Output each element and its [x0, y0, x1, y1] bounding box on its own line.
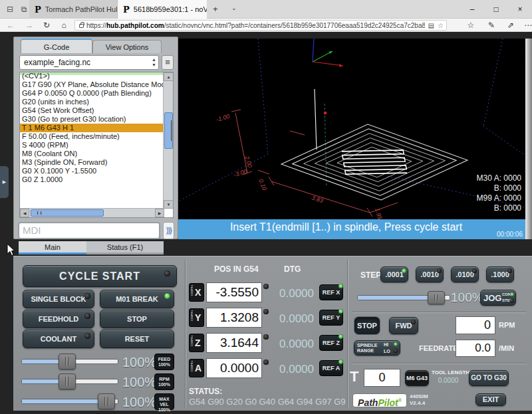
dim-label: 0.10	[257, 178, 268, 191]
scroll-up-icon[interactable]: ▲	[164, 72, 174, 81]
spindle-range-button[interactable]: SPINDLERANGE HI LO	[354, 340, 400, 356]
m01-break-button[interactable]: M01 BREAK	[100, 290, 174, 308]
browser-tab-novnc[interactable]: P 5618b959e301:1 - noVN ×	[118, 0, 207, 19]
feed-100-button[interactable]: FEED 100%	[154, 354, 174, 370]
gcode-menu-button[interactable]: ≡	[162, 55, 174, 70]
zero-a-button[interactable]: ZEROA	[189, 359, 204, 377]
close-button[interactable]: ×	[508, 0, 532, 19]
tab-gcode[interactable]: G-Code	[21, 39, 92, 53]
gcode-line: M8 (Coolant ON)	[20, 150, 164, 158]
tab-status-f1[interactable]: Status (F1)	[86, 241, 164, 255]
back-icon[interactable]: ←	[5, 21, 16, 30]
zero-x-button[interactable]: ZEROX	[189, 283, 204, 302]
m99-a-count: M99 A: 0000	[477, 193, 521, 203]
minimize-button[interactable]: –	[460, 0, 484, 19]
feedrate-field[interactable]: 0.0	[456, 340, 495, 357]
m01-break-led	[164, 293, 170, 299]
cycle-start-button[interactable]: CYCLE START	[23, 265, 177, 287]
browser-tab-pathpilot-hub[interactable]: P Tormach PathPilot Hub	[29, 0, 118, 19]
mdi-input[interactable]: MDI	[18, 222, 160, 239]
gcode-listing[interactable]: (<CV1>) G17 G90 (XY Plane, Absolute Dist…	[19, 72, 174, 218]
address-bar[interactable]: https://hub.pathpilot.com/static/novnc/v…	[74, 20, 447, 31]
gcode-line: (<CV1>)	[20, 72, 164, 80]
dro-y-value[interactable]: 1.3208	[206, 308, 262, 328]
novnc-control-bar-handle[interactable]: ▶	[0, 166, 9, 198]
tab-main[interactable]: Main	[19, 241, 86, 255]
dim-label: -3.00	[233, 168, 247, 178]
zero-z-button[interactable]: ZEROZ	[189, 334, 204, 352]
maxvel-slider-thumb[interactable]	[98, 393, 115, 409]
home-icon[interactable]: ⌂	[59, 21, 69, 30]
ref-y-button[interactable]: REF Y	[319, 310, 343, 326]
step-1000-led	[507, 268, 512, 273]
forward-icon[interactable]: →	[24, 21, 35, 30]
m6-g43-button[interactable]: M6 G43	[405, 370, 429, 386]
window-controls: – □ ×	[460, 0, 532, 19]
tab-label: Tormach PathPilot Hub	[45, 5, 118, 13]
zero-y-button[interactable]: ZEROY	[189, 308, 204, 327]
single-block-button[interactable]: SINGLE BLOCK	[23, 290, 94, 308]
exit-button[interactable]: EXIT	[475, 393, 506, 406]
go-to-g30-button[interactable]: GO TO G30	[469, 370, 509, 386]
ref-y-led	[338, 309, 343, 314]
feed-override-value: 100%	[122, 355, 156, 370]
toolpath-3d-view[interactable]: -1.00 2.00 -3.00 0.10 3.83 1.95 M30 A: 0…	[178, 39, 525, 219]
pos-header: POS IN G54	[214, 264, 259, 274]
toolpath-graphic: -1.00 2.00 -3.00 0.10 3.83 1.95	[178, 39, 525, 219]
tab-preview-icon[interactable]: ⊟	[4, 5, 16, 15]
new-tab-button[interactable]: +	[213, 4, 218, 14]
refresh-icon[interactable]: ↻	[41, 21, 52, 30]
maxvel-100-button[interactable]: MAX VEL 100%	[154, 393, 174, 410]
more-options-icon[interactable]: ⋯	[523, 21, 532, 30]
stop-button[interactable]: STOP	[100, 310, 174, 328]
url-text: https://hub.pathpilot.com/static/novnc/v…	[86, 22, 425, 29]
vertical-scrollbar[interactable]: ▲ ▼	[163, 72, 173, 209]
m30-a-count: M30 A: 0000	[477, 173, 521, 183]
scroll-right-icon[interactable]: ▶	[155, 209, 164, 217]
scroll-down-icon[interactable]: ▼	[164, 200, 174, 209]
combo-spinner-icon[interactable]: ▲▼	[152, 57, 156, 68]
rpm-100-button[interactable]: RPM 100%	[154, 373, 174, 390]
step-0010-button[interactable]: .0010	[416, 266, 444, 282]
rpm-slider-thumb[interactable]	[59, 373, 76, 389]
tabs-aside-icon[interactable]: ⧉	[18, 5, 30, 15]
web-notes-icon[interactable]: ✎	[486, 21, 497, 30]
a-axis-led	[263, 360, 269, 365]
share-icon[interactable]: ⇗	[505, 21, 516, 30]
jog-slider-thumb[interactable]	[428, 291, 445, 304]
mdi-submit-button[interactable]: ⟩⟩⟩	[163, 222, 174, 239]
ref-a-button[interactable]: REF A	[319, 360, 343, 376]
step-0100-button[interactable]: .0100	[451, 266, 479, 282]
dro-a-value[interactable]: 0.0000	[206, 358, 262, 378]
favorite-star-icon[interactable]: ☆	[438, 22, 444, 29]
gcode-file-select[interactable]: example_facing.nc ▲▼	[19, 55, 159, 70]
dim-label: 3.83	[311, 194, 324, 204]
tab-view-options[interactable]: View Options	[92, 40, 162, 53]
favorites-hub-icon[interactable]: ☆	[466, 21, 476, 30]
dro-x-value[interactable]: -3.5550	[206, 282, 262, 302]
dro-z-value[interactable]: 3.1644	[206, 333, 262, 353]
gcode-line-current: T 1 M6 G43 H 1	[20, 124, 164, 132]
spindle-rpm-field[interactable]: 0	[456, 316, 495, 334]
ref-z-button[interactable]: REF Z	[319, 335, 343, 351]
scrollbar-thumb[interactable]	[164, 112, 173, 149]
gcode-line: G30 (Go to preset G30 location)	[20, 115, 164, 124]
feedhold-button[interactable]: FEEDHOLD	[23, 310, 94, 328]
tool-number-field[interactable]: 0	[364, 369, 400, 387]
maximize-button[interactable]: □	[484, 0, 508, 19]
jog-cont-step-button[interactable]: JOG CONT STEP	[480, 290, 516, 306]
tab-list-icon[interactable]: ⌄	[231, 5, 237, 11]
step-1000-button[interactable]: .1000	[486, 266, 514, 282]
reset-button[interactable]: RESET	[100, 330, 174, 348]
spindle-stop-button[interactable]: STOP	[354, 317, 380, 334]
spindle-fwd-button[interactable]: FWD	[389, 317, 418, 334]
coolant-button[interactable]: COOLANT	[23, 330, 94, 348]
status-label: STATUS:	[189, 387, 222, 396]
step-0001-button[interactable]: .0001	[380, 266, 408, 282]
horizontal-scrollbar[interactable]: ◀ ▶	[20, 208, 164, 217]
scroll-left-icon[interactable]: ◀	[20, 209, 29, 217]
feed-slider-thumb[interactable]	[59, 354, 76, 369]
ref-x-button[interactable]: REF X	[319, 284, 343, 300]
scrollbar-thumb[interactable]	[31, 209, 104, 217]
reading-view-icon[interactable]: ▤	[428, 22, 434, 29]
